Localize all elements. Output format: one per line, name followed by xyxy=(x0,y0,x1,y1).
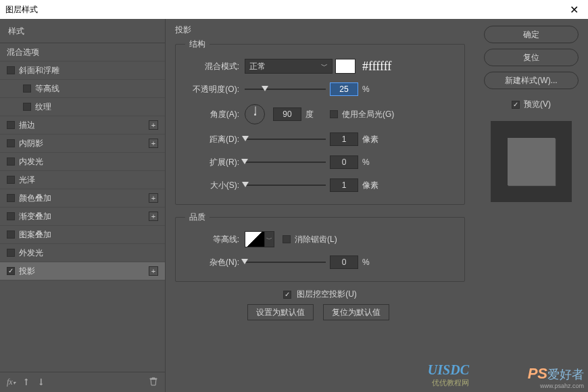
add-effect-icon[interactable]: + xyxy=(149,266,158,276)
reset-default-button[interactable]: 复位为默认值 xyxy=(323,304,389,320)
sidebar-item-4[interactable]: 内阴影+ xyxy=(0,134,165,153)
sidebar-item-6[interactable]: 光泽 xyxy=(0,171,165,189)
spread-row: 扩展(R): % xyxy=(185,154,455,170)
sidebar-item-9[interactable]: 图案叠加 xyxy=(0,226,165,244)
opacity-input[interactable] xyxy=(330,82,358,96)
spread-input[interactable] xyxy=(330,155,358,169)
title-bar: 图层样式 ✕ xyxy=(0,0,588,19)
main-panel: 投影 结构 混合模式: 正常 ﹀ #ffffff 不透明度(O): % 角度(A… xyxy=(166,19,474,392)
add-effect-icon[interactable]: + xyxy=(149,212,158,221)
angle-row: 角度(A): 度 使用全局光(G) xyxy=(185,104,455,124)
preview-checkbox[interactable] xyxy=(512,101,520,109)
sidebar-header: 样式 xyxy=(0,19,165,43)
angle-input[interactable] xyxy=(273,107,301,121)
preview-inner xyxy=(508,138,555,185)
angle-unit: 度 xyxy=(305,109,322,120)
noise-row: 杂色(N): % xyxy=(185,254,455,270)
contour-dropdown[interactable]: ﹀ xyxy=(265,231,274,247)
noise-slider[interactable] xyxy=(245,258,326,267)
style-checkbox[interactable] xyxy=(7,157,15,166)
style-checkbox[interactable] xyxy=(7,230,15,239)
sidebar-item-0[interactable]: 斜面和浮雕 xyxy=(0,62,165,80)
blend-mode-select[interactable]: 正常 ﹀ xyxy=(245,59,333,74)
color-hex: #ffffff xyxy=(362,59,391,74)
watermark-psahz: PS爱好者 www.psahz.com xyxy=(528,365,584,389)
size-slider[interactable] xyxy=(245,180,326,190)
quality-group: 品质 等高线: ﹀ 消除锯齿(L) 杂色(N): % xyxy=(175,212,465,282)
contour-thumbnail[interactable] xyxy=(245,231,265,247)
distance-unit: 像素 xyxy=(362,134,378,145)
global-light-checkbox[interactable] xyxy=(330,110,338,118)
color-swatch[interactable] xyxy=(335,59,356,74)
sidebar-item-label: 等高线 xyxy=(35,83,59,95)
style-checkbox[interactable] xyxy=(7,194,15,202)
window-title: 图层样式 xyxy=(5,4,38,16)
style-checkbox[interactable] xyxy=(7,212,15,220)
fx-icon[interactable]: fx▾ xyxy=(7,377,16,387)
opacity-unit: % xyxy=(362,84,378,94)
sidebar-item-2[interactable]: 纹理 xyxy=(0,98,165,116)
style-checkbox[interactable] xyxy=(7,139,15,147)
cancel-button[interactable]: 复位 xyxy=(484,49,579,66)
distance-slider[interactable] xyxy=(245,134,326,144)
distance-row: 距离(D): 像素 xyxy=(185,131,455,147)
sidebar-item-8[interactable]: 渐变叠加+ xyxy=(0,207,165,226)
style-checkbox[interactable] xyxy=(23,103,31,111)
sidebar-item-label: 投影 xyxy=(19,266,35,277)
noise-unit: % xyxy=(362,258,378,267)
style-checkbox[interactable] xyxy=(7,176,15,184)
preview-box xyxy=(491,121,572,202)
knockout-row: 图层挖空投影(U) xyxy=(175,289,465,300)
sidebar-item-11[interactable]: 投影+ xyxy=(0,262,165,280)
blend-mode-row: 混合模式: 正常 ﹀ #ffffff xyxy=(185,58,455,74)
antialias-checkbox[interactable] xyxy=(283,235,291,243)
knockout-label: 图层挖空投影(U) xyxy=(297,289,357,300)
distance-label: 距离(D): xyxy=(185,134,245,145)
style-checkbox[interactable] xyxy=(23,84,31,93)
sidebar-item-1[interactable]: 等高线 xyxy=(0,80,165,98)
add-effect-icon[interactable]: + xyxy=(149,120,158,130)
arrow-down-icon[interactable]: 🠗 xyxy=(37,378,45,387)
dialog-body: 样式 混合选项 斜面和浮雕等高线纹理描边+内阴影+内发光光泽颜色叠加+渐变叠加+… xyxy=(0,19,588,392)
antialias-label: 消除锯齿(L) xyxy=(295,234,337,245)
sidebar-item-label: 描边 xyxy=(19,120,35,131)
sidebar-item-7[interactable]: 颜色叠加+ xyxy=(0,189,165,207)
style-checkbox[interactable] xyxy=(7,121,15,129)
ok-button[interactable]: 确定 xyxy=(484,26,579,43)
opacity-row: 不透明度(O): % xyxy=(185,81,455,97)
make-default-button[interactable]: 设置为默认值 xyxy=(247,304,314,320)
sidebar-item-10[interactable]: 外发光 xyxy=(0,244,165,262)
chevron-down-icon: ﹀ xyxy=(321,62,328,71)
size-row: 大小(S): 像素 xyxy=(185,177,455,193)
angle-dial[interactable] xyxy=(245,104,265,124)
add-effect-icon[interactable]: + xyxy=(149,139,158,148)
knockout-checkbox[interactable] xyxy=(283,291,291,299)
style-checkbox[interactable] xyxy=(7,267,15,275)
structure-group: 结构 混合模式: 正常 ﹀ #ffffff 不透明度(O): % 角度(A): xyxy=(175,39,465,205)
sidebar-item-5[interactable]: 内发光 xyxy=(0,153,165,171)
size-label: 大小(S): xyxy=(185,180,245,191)
new-style-button[interactable]: 新建样式(W)... xyxy=(484,72,579,89)
add-effect-icon[interactable]: + xyxy=(149,193,158,203)
noise-label: 杂色(N): xyxy=(185,257,245,268)
sidebar-item-label: 内阴影 xyxy=(19,138,43,149)
arrow-up-icon[interactable]: 🠕 xyxy=(22,378,30,387)
style-checkbox[interactable] xyxy=(7,66,15,74)
sidebar-footer: fx▾ 🠕 🠗 xyxy=(0,372,165,392)
sidebar-item-label: 混合选项 xyxy=(7,47,39,58)
trash-icon[interactable] xyxy=(149,376,158,388)
style-checkbox[interactable] xyxy=(7,249,15,257)
opacity-slider[interactable] xyxy=(245,84,326,94)
contour-label: 等高线: xyxy=(185,234,245,245)
noise-input[interactable] xyxy=(330,255,358,269)
size-input[interactable] xyxy=(330,178,358,192)
sidebar-item-label: 斜面和浮雕 xyxy=(19,65,59,76)
structure-legend: 结构 xyxy=(185,39,210,50)
distance-input[interactable] xyxy=(330,132,358,146)
quality-legend: 品质 xyxy=(185,212,210,223)
spread-slider[interactable] xyxy=(245,157,326,167)
sidebar-item-3[interactable]: 描边+ xyxy=(0,116,165,134)
default-buttons-row: 设置为默认值 复位为默认值 xyxy=(175,304,465,320)
blending-options[interactable]: 混合选项 xyxy=(0,43,165,62)
close-icon[interactable]: ✕ xyxy=(566,3,583,16)
